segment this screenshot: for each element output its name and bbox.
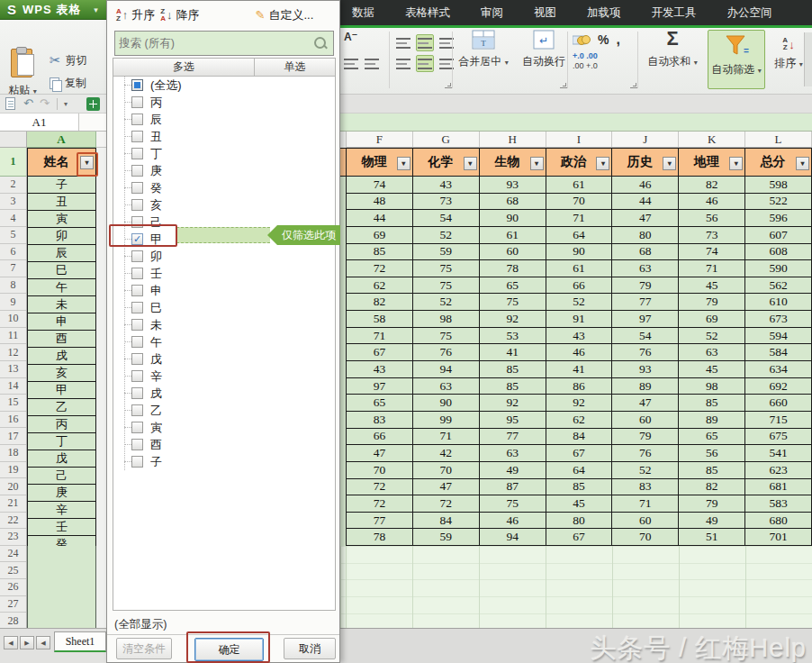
score-cell[interactable]: 75 [413,277,480,295]
score-cell[interactable]: 65 [679,429,745,446]
score-cell[interactable]: 610 [745,294,812,311]
score-cell[interactable]: 76 [612,445,679,462]
align-bottom-button[interactable] [438,34,456,51]
score-cell[interactable]: 89 [679,412,745,429]
decrease-decimal-button[interactable]: .00 +.0 [573,61,598,70]
filter-list-item[interactable]: 辰 [113,111,335,128]
score-cell[interactable]: 62 [546,412,613,429]
score-cell[interactable]: 43 [347,361,413,378]
column-letter[interactable]: K [679,132,745,147]
column-header-A[interactable]: A [27,132,96,148]
score-cell[interactable]: 63 [413,378,480,395]
filter-dropdown-button[interactable]: ▾ [530,157,544,170]
score-cell[interactable]: 90 [480,210,546,227]
score-cell[interactable]: 85 [679,395,745,412]
prev-sheet-nav-button[interactable]: ◀ [36,636,50,649]
tab-multi-select[interactable]: 多选 [113,59,255,76]
name-cell[interactable]: 辰 [28,245,96,262]
score-cell[interactable]: 584 [745,344,812,361]
score-cell[interactable]: 62 [347,277,413,295]
row-number[interactable]: 20 [0,478,26,495]
name-cell[interactable]: 子 [28,177,96,194]
row-number[interactable]: 9 [0,294,26,311]
score-cell[interactable]: 72 [347,495,413,513]
name-cell[interactable]: 寅 [28,211,96,228]
row-number[interactable]: 4 [0,210,26,227]
select-all-corner[interactable] [0,132,27,148]
score-cell[interactable]: 675 [745,429,812,446]
filter-dropdown-button[interactable]: ▾ [796,157,809,170]
score-cell[interactable]: 84 [546,429,613,446]
filter-list-item[interactable]: 申 [113,282,335,299]
filter-list-item[interactable]: 酉 [113,436,335,453]
name-cell[interactable]: 丁 [28,433,96,450]
score-cell[interactable]: 598 [745,177,812,194]
cancel-button[interactable]: 取消 [284,638,336,659]
align-right-button[interactable] [438,55,456,72]
score-cell[interactable]: 54 [612,328,679,345]
filter-dropdown-button[interactable]: ▾ [663,157,676,170]
score-cell[interactable]: 71 [546,210,613,227]
column-letter[interactable]: J [612,132,679,147]
search-icon[interactable] [313,36,328,50]
row-number[interactable]: 26 [0,579,26,596]
row-number[interactable]: 3 [0,194,26,211]
score-cell[interactable]: 541 [745,445,812,462]
align-middle-button[interactable] [416,34,434,51]
score-cell[interactable]: 68 [612,244,679,261]
score-cell[interactable]: 51 [679,529,745,546]
sort-ascending-button[interactable]: AZ ↑ 升序 [116,7,155,23]
score-cell[interactable]: 590 [745,260,812,277]
filter-list-item[interactable]: 子 [113,453,335,470]
score-cell[interactable]: 67 [347,344,413,361]
score-cell[interactable]: 60 [612,513,679,530]
paste-icon[interactable] [11,47,36,79]
autofilter-button[interactable]: = 自动筛选 ▾ [708,30,765,89]
score-cell[interactable]: 61 [546,177,613,194]
filter-list-item[interactable]: 丙 [113,94,335,111]
sort-button[interactable]: AZ ↓ 排序 ▾ [771,30,807,71]
score-cell[interactable]: 46 [679,194,745,211]
ribbon-tab[interactable]: 视图 [534,5,556,21]
increase-decimal-button[interactable]: +.0 .00 [573,51,598,60]
score-cell[interactable]: 49 [480,462,546,479]
score-cell[interactable]: 64 [546,462,613,479]
checkbox-unchecked[interactable] [131,387,143,399]
filter-list-item[interactable]: 卯 [113,248,335,265]
decrease-indent-icon[interactable] [344,58,358,69]
checkbox-unchecked[interactable] [131,165,143,177]
ribbon-tab[interactable]: 加载项 [587,5,621,21]
score-cell[interactable]: 660 [745,395,812,412]
score-cell[interactable]: 63 [612,260,679,277]
score-cell[interactable]: 75 [480,294,546,311]
score-cell[interactable]: 95 [480,412,546,429]
filter-list-item[interactable]: 丁 [113,145,335,162]
checkbox-unchecked[interactable] [131,182,143,194]
row-number[interactable]: 23 [0,529,26,546]
tab-single-select[interactable]: 单选 [255,59,335,76]
score-cell[interactable]: 60 [480,244,546,261]
score-cell[interactable]: 692 [745,378,812,395]
row-number[interactable]: 19 [0,462,26,479]
score-cell[interactable]: 522 [745,194,812,211]
comma-style-button[interactable]: , [616,32,619,48]
score-cell[interactable]: 79 [612,277,679,295]
row-number[interactable]: 15 [0,395,26,412]
score-cell[interactable]: 608 [745,244,812,261]
name-cell[interactable]: 巳 [28,262,96,279]
score-cell[interactable]: 92 [480,311,546,328]
score-cell[interactable]: 86 [546,378,613,395]
score-cell[interactable]: 52 [413,227,480,244]
column-letter[interactable]: I [546,132,613,147]
checkbox-filled[interactable] [131,79,143,91]
score-cell[interactable]: 78 [347,529,413,546]
row-number[interactable]: 8 [0,277,26,295]
score-cell[interactable]: 79 [679,294,745,311]
score-cell[interactable]: 681 [745,479,812,496]
score-cell[interactable]: 93 [480,177,546,194]
name-cell[interactable]: 卯 [28,228,96,245]
align-left-button[interactable] [394,55,412,72]
score-cell[interactable]: 715 [745,412,812,429]
score-cell[interactable]: 46 [480,513,546,530]
score-cell[interactable]: 46 [546,344,613,361]
